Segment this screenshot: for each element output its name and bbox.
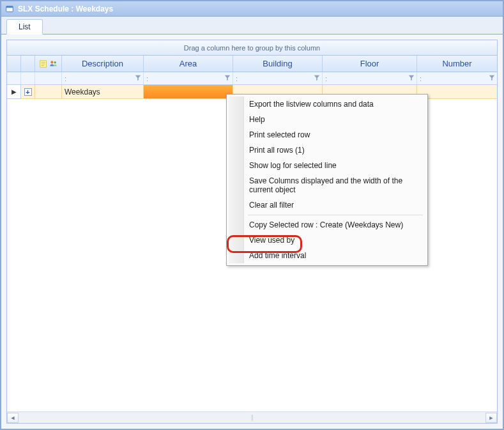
expand-header [21,56,35,72]
col-number[interactable]: Number [417,56,497,72]
app-icon [5,4,14,13]
ctx-export[interactable]: Export the listview columns and data [229,96,425,112]
ctx-clear-filter[interactable]: Clear all filter [229,197,425,213]
caret-right-icon: ▶ [11,88,17,95]
filter-text: : [236,75,238,82]
ctx-print-all[interactable]: Print all rows (1) [229,142,425,158]
filter-row: : : : : : [7,72,497,85]
ctx-help[interactable]: Help [229,112,425,127]
titlebar: SLX Schedule : Weekdays [1,1,503,17]
funnel-icon[interactable] [135,74,141,82]
filter-text: : [325,75,327,82]
scroll-right-button[interactable]: ► [485,413,497,423]
app-window: SLX Schedule : Weekdays List Drag a colu… [0,0,504,430]
tabstrip: List [1,17,503,35]
icons-header [35,56,62,72]
funnel-icon[interactable] [224,74,231,82]
users-icon [49,59,58,68]
filter-number[interactable]: : [417,72,497,84]
svg-point-4 [54,61,56,64]
row-indicator: ▶ [7,85,21,99]
filter-floor[interactable]: : [323,72,417,84]
scroll-track[interactable]: ║ [19,415,485,420]
ctx-show-log[interactable]: Show log for selected line [229,158,425,173]
ctx-print-selected[interactable]: Print selected row [229,127,425,142]
column-headers: Description Area Building Floor Number [7,56,497,72]
ctx-add-time-interval[interactable]: Add time interval [229,248,425,263]
cell-description[interactable]: Weekdays [62,85,144,99]
context-menu-separator [248,215,423,215]
filter-icons [35,72,62,84]
window-title: SLX Schedule : Weekdays [18,4,113,13]
filter-building[interactable]: : [233,72,323,84]
row-indicator-header [7,56,21,72]
funnel-icon[interactable] [489,74,495,82]
scroll-left-button[interactable]: ◄ [7,413,19,423]
col-building[interactable]: Building [233,56,323,72]
group-by-bar[interactable]: Drag a column here to group by this colu… [7,40,497,56]
cell-area[interactable] [144,85,233,99]
cell-number[interactable] [417,85,497,99]
filter-text: : [420,75,422,82]
funnel-icon[interactable] [408,74,415,82]
filter-area[interactable]: : [144,72,233,84]
ctx-copy-selected[interactable]: Copy Selected row : Create (Weekdays New… [229,217,425,233]
funnel-icon[interactable] [314,74,320,82]
svg-rect-1 [6,6,13,8]
filter-indicator [7,72,21,84]
col-area[interactable]: Area [144,56,233,72]
col-floor[interactable]: Floor [323,56,417,72]
filter-expand [21,72,35,84]
tab-list[interactable]: List [6,19,43,35]
svg-point-3 [50,61,53,63]
row-icons [35,85,62,99]
expand-toggle[interactable]: + [21,85,35,99]
col-description[interactable]: Description [62,56,144,72]
filter-description[interactable]: : [62,72,144,84]
filter-text: : [146,75,148,82]
note-icon [39,59,48,68]
ctx-save-columns[interactable]: Save Columns displayed and the width of … [229,173,425,197]
ctx-view-used-by[interactable]: View used by [229,233,425,248]
filter-text: : [65,75,66,82]
context-menu: Export the listview columns and data Hel… [226,94,428,266]
horizontal-scrollbar[interactable]: ◄ ║ ► [7,411,497,423]
plus-icon: + [24,88,32,96]
